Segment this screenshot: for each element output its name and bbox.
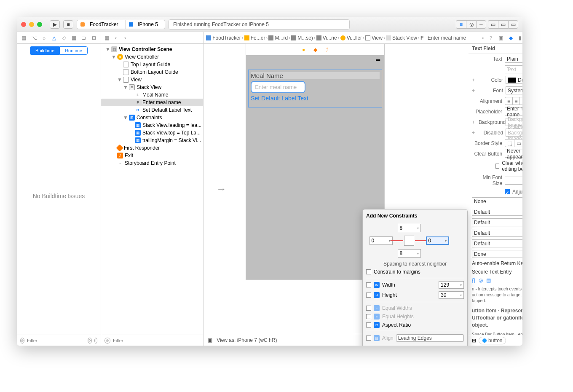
width-value[interactable]: 129▾ — [439, 281, 464, 289]
toggle-utilities[interactable]: ▭ — [508, 20, 518, 29]
kb-select[interactable]: Default — [472, 229, 522, 237]
run-button[interactable]: ▶ — [50, 20, 60, 29]
return-key-select[interactable]: Done — [472, 250, 522, 258]
library-filter[interactable]: ⊞ button ⓧ — [469, 335, 522, 346]
adjust-fit-checkbox[interactable]: ✓ — [505, 189, 510, 194]
outline-filter[interactable]: ⊕ — [101, 335, 203, 346]
border-style-segmented[interactable]: ⬚▭▭▢ — [505, 139, 522, 147]
close-window[interactable] — [21, 22, 26, 27]
height-value[interactable]: 30▾ — [439, 291, 464, 299]
standard-editor[interactable]: ≡ — [456, 20, 466, 29]
debug-nav-icon[interactable]: ▦ — [71, 35, 77, 41]
corr-select[interactable]: Default — [472, 208, 522, 216]
popover-title: Add New Constraints — [366, 213, 464, 219]
filter-icon: ⊕ — [20, 338, 24, 344]
assistant-editor[interactable]: ◎ — [466, 20, 476, 29]
help-inspector-icon[interactable]: ? — [490, 35, 493, 41]
min-font-input[interactable]: 17 — [505, 177, 522, 185]
buildtime-tab[interactable]: Buildtime — [30, 46, 59, 55]
minimize-window[interactable] — [29, 22, 34, 27]
top-spacing-input[interactable]: 8▾ — [398, 224, 421, 232]
aspect-checkbox[interactable] — [366, 322, 371, 328]
alignment-segmented[interactable]: ≡≡≡≡— — [505, 97, 522, 105]
file-inspector-icon[interactable]: ▫ — [482, 35, 484, 41]
jump-bar[interactable]: FoodTracker› Fo...er› M...rd› M...se)› V… — [203, 32, 469, 44]
disabled-bg-select[interactable]: Disabled Background Image — [506, 129, 522, 137]
set-default-button[interactable]: Set Default Label Text — [251, 95, 380, 102]
margins-checkbox[interactable] — [366, 269, 371, 274]
right-spacing-input[interactable]: 0▾ — [426, 236, 449, 245]
height-checkbox[interactable] — [366, 293, 371, 298]
left-spacing-input[interactable]: 0▾ — [370, 236, 393, 245]
grid-icon[interactable]: ⊞ — [472, 338, 476, 344]
identity-inspector-icon[interactable]: ▣ — [498, 35, 503, 41]
project-nav-icon[interactable]: ▤ — [21, 35, 27, 41]
cap-select[interactable]: None — [472, 197, 522, 205]
exit-icon: ⤴ — [326, 47, 328, 53]
version-editor[interactable]: ↔ — [476, 20, 486, 29]
issues-filter-input[interactable] — [27, 338, 85, 343]
size-inspector-icon[interactable]: ▮ — [519, 35, 522, 41]
toggle-debug[interactable]: ▭ — [498, 20, 508, 29]
issues-filter[interactable]: ⊕ ⟳ ! — [17, 335, 101, 346]
bottom-spacing-input[interactable]: 8▾ — [398, 249, 421, 258]
stack-view-selection[interactable]: Meal Name Enter meal name Set Default La… — [248, 70, 382, 107]
toggle-navigator[interactable]: ▭ — [488, 20, 498, 29]
titlebar: ▶ ■ FoodTracker iPhone 5 Finished runnin… — [17, 17, 522, 32]
document-outline[interactable]: ▼◻View Controller Scene ▼●View Controlle… — [101, 44, 203, 335]
view-as-label[interactable]: View as: iPhone 7 (wC hR) — [217, 337, 385, 343]
snippet-lib-icon[interactable]: ◎ — [479, 277, 483, 283]
find-nav-icon[interactable]: ⌕ — [41, 35, 47, 41]
clear-editing-checkbox[interactable] — [495, 164, 499, 169]
width-checkbox[interactable] — [366, 282, 371, 287]
errors-only-icon[interactable]: ! — [94, 338, 97, 344]
text-value-input[interactable]: Text — [505, 65, 522, 73]
font-select[interactable]: System 14.0 — [506, 86, 522, 94]
add-constraints-popover: Add New Constraints 8▾ 0▾ 0▾ 8▾ Spacing … — [362, 209, 468, 346]
outline-filter-input[interactable] — [113, 338, 200, 343]
report-nav-icon[interactable]: ⊟ — [91, 35, 97, 41]
inspector-heading: Text Field — [469, 44, 522, 54]
issue-nav-icon[interactable]: △ — [51, 35, 57, 41]
outline-toggle-icon[interactable]: ▣ — [208, 337, 212, 343]
related-items-icon[interactable]: ▦ — [104, 35, 110, 41]
center-box — [404, 236, 414, 246]
responder-icon: ◆ — [313, 47, 317, 53]
test-nav-icon[interactable]: ◇ — [61, 35, 67, 41]
left-strut[interactable] — [391, 240, 403, 241]
spacing-label: Spacing to nearest neighbor — [366, 261, 464, 267]
spell-select[interactable]: Default — [472, 218, 522, 226]
stop-button[interactable]: ■ — [63, 20, 73, 29]
zoom-window[interactable] — [37, 22, 42, 27]
recent-icon[interactable]: ⟳ — [88, 338, 92, 344]
media-lib-icon[interactable]: ▤ — [486, 277, 491, 283]
clear-button-select[interactable]: Never appears — [505, 150, 522, 158]
attributes-inspector-icon[interactable]: ◆ — [509, 35, 513, 41]
text-type-select[interactable]: Plain — [505, 55, 522, 63]
breakpoint-nav-icon[interactable]: ⊐ — [81, 35, 87, 41]
runtime-tab[interactable]: Runtime — [59, 46, 88, 55]
filter-icon: ⊕ — [104, 338, 110, 344]
color-select[interactable]: Default — [506, 76, 522, 84]
no-issues-label: No Buildtime Issues — [17, 57, 101, 335]
meal-name-textfield[interactable]: Enter meal name — [251, 81, 305, 93]
scheme-selector[interactable]: FoodTracker iPhone 5 — [77, 20, 165, 29]
source-control-icon[interactable]: ⌥ — [31, 35, 37, 41]
activity-status: Finished running FoodTracker on iPhone 5 — [169, 19, 350, 30]
back-icon[interactable]: ‹ — [113, 35, 119, 41]
meal-name-label[interactable]: Meal Name — [251, 72, 380, 79]
vc-icon: ● — [302, 47, 305, 53]
outline-selected[interactable]: FEnter meal name — [101, 99, 203, 106]
forward-icon[interactable]: › — [122, 35, 128, 41]
placeholder-input[interactable]: Enter meal name — [505, 107, 522, 115]
object-lib-icon[interactable]: {} — [472, 277, 475, 283]
align-select[interactable]: Leading Edges — [396, 334, 464, 342]
appear-select[interactable]: Default — [472, 239, 522, 247]
entry-arrow-icon: → — [216, 183, 226, 195]
